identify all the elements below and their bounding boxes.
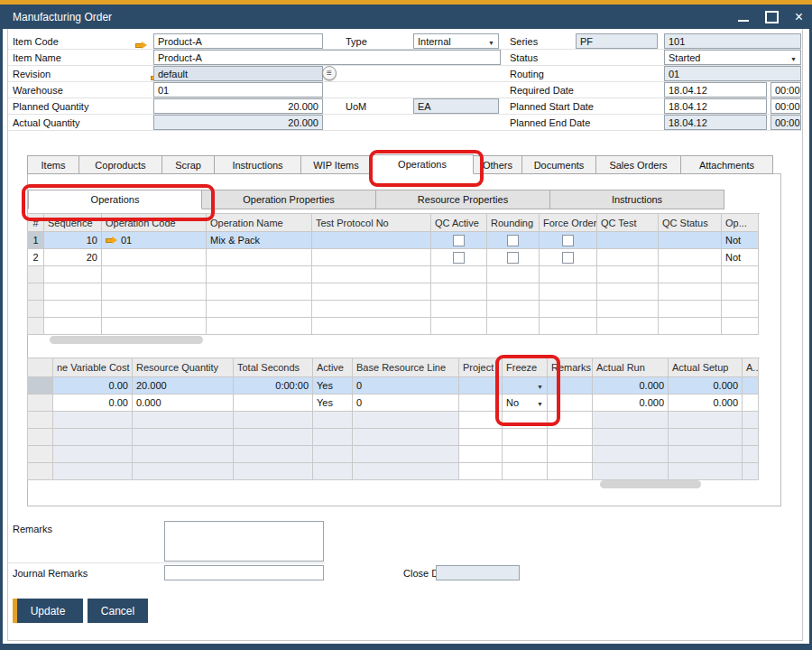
link-arrow-icon[interactable] xyxy=(106,237,117,245)
required-date-field[interactable]: 18.04.12 xyxy=(664,82,767,98)
row-handle[interactable] xyxy=(28,377,53,395)
row-number[interactable]: 1 xyxy=(28,232,44,249)
chevron-down-icon[interactable] xyxy=(537,380,543,391)
required-time-field[interactable]: 00:00 xyxy=(770,82,801,98)
tab-wip-items[interactable]: WIP Items xyxy=(301,155,372,174)
subtab-operations[interactable]: Operations xyxy=(28,190,202,209)
remarks-cell[interactable] xyxy=(548,395,593,412)
actual-run-cell[interactable]: 0.000 xyxy=(593,377,669,395)
table-row[interactable]: 2 20 Not xyxy=(28,249,760,266)
status-dropdown[interactable]: Started xyxy=(664,50,801,65)
row-handle[interactable] xyxy=(28,395,53,412)
qc-active-checkbox[interactable] xyxy=(453,235,465,246)
item-code-field[interactable]: Product-A xyxy=(153,33,323,49)
op-cell[interactable]: Not xyxy=(722,249,759,266)
variable-cost-cell[interactable]: 0.00 xyxy=(53,395,133,412)
planned-quantity-field[interactable]: 20.000 xyxy=(153,98,323,114)
qc-status-cell[interactable] xyxy=(659,232,722,249)
resource-quantity-cell[interactable]: 20.000 xyxy=(133,377,234,395)
tab-scrap[interactable]: Scrap xyxy=(162,155,215,174)
cell[interactable] xyxy=(743,395,759,412)
type-dropdown[interactable]: Internal xyxy=(413,33,499,49)
link-arrow-icon[interactable] xyxy=(135,42,147,50)
base-resource-line-cell[interactable]: 0 xyxy=(353,377,459,395)
test-protocol-cell[interactable] xyxy=(312,232,431,249)
update-button[interactable]: Update xyxy=(13,599,83,623)
planned-start-time-field[interactable]: 00:00 xyxy=(770,98,801,114)
qc-active-checkbox[interactable] xyxy=(453,252,465,264)
tab-instructions[interactable]: Instructions xyxy=(215,155,301,174)
actual-setup-cell[interactable]: 0.000 xyxy=(669,377,743,395)
actual-run-cell[interactable]: 0.000 xyxy=(593,395,669,412)
horizontal-scrollbar-thumb[interactable] xyxy=(600,480,701,488)
force-order-cell[interactable] xyxy=(540,249,597,266)
actual-setup-cell[interactable]: 0.000 xyxy=(669,395,743,412)
variable-cost-cell[interactable]: 0.00 xyxy=(53,377,133,395)
row-handle xyxy=(28,446,53,463)
subtab-resource-properties[interactable]: Resource Properties xyxy=(376,190,550,209)
tab-sales-orders[interactable]: Sales Orders xyxy=(596,155,681,174)
cancel-button[interactable]: Cancel xyxy=(88,599,148,623)
table-row[interactable]: 0.00 0.000 Yes 0 No 0.000 0.000 xyxy=(28,395,760,412)
active-cell[interactable]: Yes xyxy=(313,377,353,395)
rounding-cell[interactable] xyxy=(487,232,540,249)
planned-start-date-field[interactable]: 18.04.12 xyxy=(664,98,767,114)
table-row-selected[interactable]: 0.00 20.000 0:00:00 Yes 0 0.000 0.000 xyxy=(28,377,760,395)
op-cell[interactable]: Not xyxy=(722,232,759,249)
choose-from-list-icon[interactable] xyxy=(322,66,337,80)
operation-name-cell[interactable] xyxy=(207,249,312,266)
total-seconds-cell[interactable] xyxy=(234,395,313,412)
freeze-cell[interactable]: No xyxy=(503,395,548,412)
qc-active-cell[interactable] xyxy=(431,232,487,249)
horizontal-scrollbar-thumb[interactable] xyxy=(50,336,203,344)
window-border-bottom xyxy=(0,644,812,650)
sequence-cell[interactable]: 10 xyxy=(44,232,102,249)
qc-test-cell[interactable] xyxy=(597,232,659,249)
maximize-icon[interactable] xyxy=(765,11,779,23)
close-icon[interactable]: × xyxy=(795,13,803,22)
tab-items[interactable]: Items xyxy=(27,155,79,174)
rounding-checkbox[interactable] xyxy=(507,235,519,246)
tab-others[interactable]: Others xyxy=(474,155,522,174)
table-row-selected[interactable]: 1 10 01 Mix & Pack Not xyxy=(28,232,760,249)
base-resource-line-cell[interactable]: 0 xyxy=(353,395,459,412)
operation-code-cell[interactable] xyxy=(102,249,207,266)
chevron-down-icon[interactable] xyxy=(537,397,543,408)
force-order-checkbox[interactable] xyxy=(562,235,574,246)
tab-attachments[interactable]: Attachments xyxy=(681,155,773,174)
rounding-cell[interactable] xyxy=(487,249,540,266)
journal-remarks-field[interactable] xyxy=(164,565,324,580)
sequence-cell[interactable]: 20 xyxy=(44,249,102,266)
item-name-field[interactable]: Product-A xyxy=(153,50,501,65)
warehouse-field[interactable]: 01 xyxy=(153,82,323,98)
tab-documents[interactable]: Documents xyxy=(522,155,596,174)
project-cell[interactable] xyxy=(459,377,503,395)
subtab-operation-properties[interactable]: Operation Properties xyxy=(202,190,376,209)
row-number[interactable]: 2 xyxy=(28,249,44,266)
revision-field: default xyxy=(153,66,323,81)
qc-test-cell[interactable] xyxy=(597,249,659,266)
project-cell[interactable] xyxy=(459,395,503,412)
item-code-label: Item Code xyxy=(13,36,59,47)
remarks-cell[interactable] xyxy=(548,377,593,395)
cell[interactable] xyxy=(743,377,759,395)
operation-code-cell[interactable]: 01 xyxy=(102,232,207,249)
qc-active-cell[interactable] xyxy=(431,249,487,266)
freeze-cell[interactable] xyxy=(503,377,548,395)
cell xyxy=(431,301,487,318)
tab-operations[interactable]: Operations xyxy=(372,154,474,174)
remarks-textarea[interactable] xyxy=(164,521,324,562)
active-cell[interactable]: Yes xyxy=(313,395,353,412)
subtab-instructions[interactable]: Instructions xyxy=(550,190,724,209)
rounding-checkbox[interactable] xyxy=(507,252,519,264)
operation-name-cell[interactable]: Mix & Pack xyxy=(207,232,312,249)
minimize-icon[interactable] xyxy=(738,13,749,22)
force-order-cell[interactable] xyxy=(540,232,597,249)
table-row-empty xyxy=(28,412,760,429)
qc-status-cell[interactable] xyxy=(659,249,722,266)
tab-coproducts[interactable]: Coproducts xyxy=(79,155,162,174)
force-order-checkbox[interactable] xyxy=(562,252,574,264)
test-protocol-cell[interactable] xyxy=(312,249,431,266)
total-seconds-cell[interactable]: 0:00:00 xyxy=(234,377,313,395)
resource-quantity-cell[interactable]: 0.000 xyxy=(133,395,234,412)
